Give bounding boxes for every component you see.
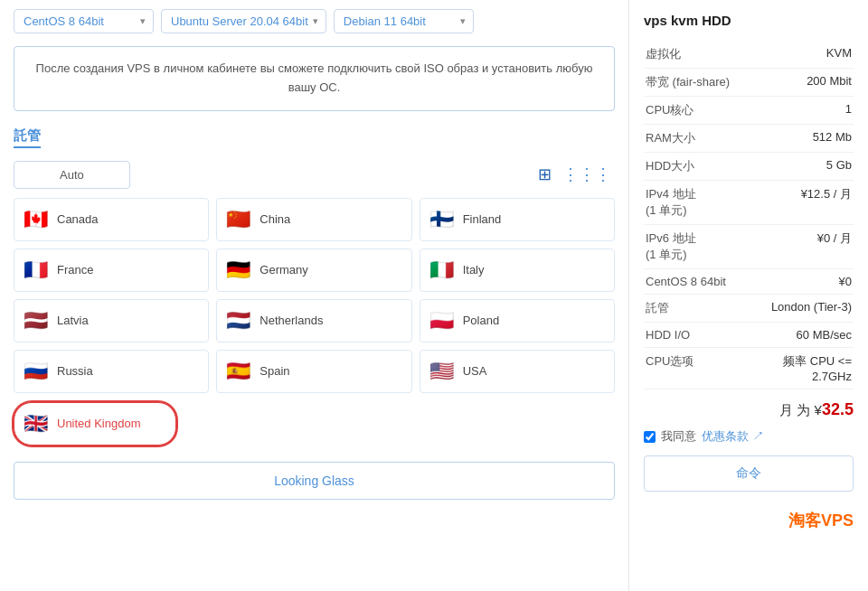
location-poland-label: Poland: [463, 314, 499, 327]
chevron-down-icon: ▾: [460, 15, 466, 27]
auto-button[interactable]: Auto: [14, 161, 130, 189]
spec-row-hdd: HDD大小 5 Gb: [644, 153, 854, 181]
flag-germany-icon: 🇩🇪: [226, 260, 250, 280]
list-view-button[interactable]: ⋮⋮⋮: [559, 163, 615, 186]
location-germany-label: Germany: [259, 263, 307, 277]
flag-uk-icon: 🇬🇧: [24, 414, 48, 434]
spec-row-virtualization: 虚拟化 KVM: [644, 41, 854, 69]
spec-label-virtualization: 虚拟化: [644, 41, 760, 69]
flag-china-icon: 🇨🇳: [226, 210, 250, 230]
spec-row-bandwidth: 帯宽 (fair-share) 200 Mbit: [644, 69, 854, 97]
flag-canada-icon: 🇨🇦: [24, 210, 48, 230]
flag-usa-icon: 🇺🇸: [429, 361, 454, 381]
bottom-label-text: 淘客VPS: [788, 511, 854, 530]
spec-value-ipv6: ¥0 / 月: [760, 225, 854, 269]
spec-row-cpu-option: CPU选项 频率 CPU <= 2.7GHz: [644, 348, 854, 389]
location-netherlands[interactable]: 🇳🇱 Netherlands: [216, 299, 411, 342]
sidebar: vps kvm HDD 虚拟化 KVM 帯宽 (fair-share) 200 …: [628, 0, 868, 591]
spec-label-hddio: HDD I/O: [644, 323, 760, 348]
order-button[interactable]: 命令: [644, 455, 854, 492]
main-content: CentOS 8 64bit ▾ Ubuntu Server 20.04 64b…: [0, 0, 628, 591]
page-container: CentOS 8 64bit ▾ Ubuntu Server 20.04 64b…: [0, 0, 868, 591]
flag-netherlands-icon: 🇳🇱: [226, 311, 250, 331]
view-toggle: ⊞ ⋮⋮⋮: [534, 163, 615, 186]
os-ubuntu-label: Ubuntu Server 20.04 64bit: [171, 14, 308, 28]
agree-checkbox[interactable]: [644, 431, 656, 443]
spec-label-hdd: HDD大小: [644, 153, 760, 181]
location-uk-label: United Kingdom: [57, 417, 141, 430]
os-centos-label: CentOS 8 64bit: [24, 14, 104, 28]
list-icon: ⋮⋮⋮: [562, 165, 611, 183]
location-canada-label: Canada: [57, 212, 99, 226]
location-china-label: China: [259, 212, 290, 226]
grid-icon: ⊞: [538, 165, 552, 183]
location-russia-label: Russia: [57, 364, 93, 378]
flag-spain-icon: 🇪🇸: [226, 361, 250, 381]
os-debian-label: Debian 11 64bit: [344, 14, 426, 28]
os-dropdown-ubuntu[interactable]: Ubuntu Server 20.04 64bit ▾: [161, 9, 326, 33]
location-finland[interactable]: 🇫🇮 Finland: [420, 198, 615, 241]
spec-value-hddio: 60 MB/sec: [760, 323, 854, 348]
spec-value-hosting: London (Tier-3): [760, 295, 854, 323]
spec-label-os: CentOS 8 64bit: [644, 269, 760, 295]
spec-row-cpu: CPU核心 1: [644, 97, 854, 125]
external-link-icon: ↗: [752, 429, 764, 443]
location-netherlands-label: Netherlands: [259, 314, 323, 327]
location-header: Auto ⊞ ⋮⋮⋮: [14, 161, 615, 189]
spec-value-hdd: 5 Gb: [760, 153, 854, 181]
location-grid: 🇨🇦 Canada 🇨🇳 China 🇫🇮 Finland 🇫🇷 France …: [14, 198, 615, 393]
os-selector-row: CentOS 8 64bit ▾ Ubuntu Server 20.04 64b…: [14, 9, 615, 33]
price-amount: 32.5: [822, 400, 854, 418]
spec-row-ipv6: IPv6 地址(1 单元) ¥0 / 月: [644, 225, 854, 269]
info-text: После создания VPS в личном кабинете вы …: [36, 61, 593, 94]
flag-russia-icon: 🇷🇺: [24, 361, 48, 381]
location-finland-label: Finland: [463, 212, 502, 226]
location-germany[interactable]: 🇩🇪 Germany: [216, 249, 411, 292]
location-uk[interactable]: 🇬🇧 United Kingdom: [14, 402, 176, 446]
spec-label-cpu-option: CPU选项: [644, 348, 760, 389]
location-france-label: France: [57, 263, 93, 277]
spec-row-hosting: 託管 London (Tier-3): [644, 295, 854, 323]
spec-label-ipv4: IPv4 地址(1 单元): [644, 181, 760, 225]
spec-value-os: ¥0: [760, 269, 854, 295]
chevron-down-icon: ▾: [313, 15, 318, 27]
looking-glass-button[interactable]: Looking Glass: [14, 462, 615, 500]
flag-italy-icon: 🇮🇹: [429, 260, 454, 280]
flag-finland-icon: 🇫🇮: [429, 210, 454, 230]
spec-label-ram: RAM大小: [644, 125, 760, 153]
location-usa[interactable]: 🇺🇸 USA: [420, 350, 615, 393]
spec-table: 虚拟化 KVM 帯宽 (fair-share) 200 Mbit CPU核心 1…: [644, 41, 854, 389]
spec-value-cpu: 1: [760, 97, 854, 125]
spec-value-cpu-option: 频率 CPU <= 2.7GHz: [760, 348, 854, 389]
spec-value-virtualization: KVM: [760, 41, 854, 69]
agree-link[interactable]: 优惠条款 ↗: [702, 428, 764, 445]
spec-label-bandwidth: 帯宽 (fair-share): [644, 69, 760, 97]
spec-label-hosting: 託管: [644, 295, 760, 323]
flag-france-icon: 🇫🇷: [24, 260, 48, 280]
bottom-label: 淘客VPS: [644, 510, 854, 531]
spec-value-ipv4: ¥12.5 / 月: [760, 181, 854, 225]
location-china[interactable]: 🇨🇳 China: [216, 198, 411, 241]
location-spain[interactable]: 🇪🇸 Spain: [216, 350, 411, 393]
spec-row-hddio: HDD I/O 60 MB/sec: [644, 323, 854, 348]
location-canada[interactable]: 🇨🇦 Canada: [14, 198, 209, 241]
price-prefix: 月 为 ¥: [779, 402, 822, 417]
flag-poland-icon: 🇵🇱: [429, 311, 454, 331]
price-row: 月 为 ¥32.5: [644, 400, 854, 419]
grid-view-button[interactable]: ⊞: [534, 163, 555, 186]
location-italy[interactable]: 🇮🇹 Italy: [420, 249, 615, 292]
os-dropdown-centos[interactable]: CentOS 8 64bit ▾: [14, 9, 154, 33]
location-russia[interactable]: 🇷🇺 Russia: [14, 350, 209, 393]
location-latvia[interactable]: 🇱🇻 Latvia: [14, 299, 209, 342]
location-spain-label: Spain: [259, 364, 289, 378]
spec-label-cpu: CPU核心: [644, 97, 760, 125]
sidebar-title: vps kvm HDD: [644, 13, 854, 28]
spec-label-ipv6: IPv6 地址(1 单元): [644, 225, 760, 269]
spec-row-ram: RAM大小 512 Mb: [644, 125, 854, 153]
chevron-down-icon: ▾: [140, 15, 146, 27]
location-france[interactable]: 🇫🇷 France: [14, 249, 209, 292]
location-latvia-label: Latvia: [57, 314, 89, 327]
section-title: 託管: [14, 127, 41, 148]
os-dropdown-debian[interactable]: Debian 11 64bit ▾: [334, 9, 474, 33]
location-poland[interactable]: 🇵🇱 Poland: [420, 299, 615, 342]
